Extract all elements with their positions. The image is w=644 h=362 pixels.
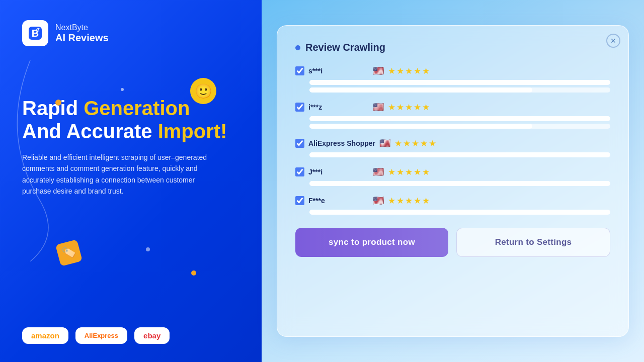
headline-highlight-1: Generation	[84, 97, 190, 119]
ebay-badge: ebay	[134, 327, 170, 344]
star-icon: ★	[429, 138, 436, 149]
star-icon: ★	[414, 66, 421, 76]
review-list: s***i🇺🇸★★★★★i***z🇺🇸★★★★★AliExpress Shopp…	[295, 65, 610, 215]
sync-button[interactable]: sync to product now	[295, 228, 448, 257]
review-stars: ★★★★★	[388, 102, 430, 113]
headline-plain-1: Rapid	[22, 97, 84, 119]
dot-white-1	[121, 88, 124, 91]
return-button[interactable]: Return to Settings	[456, 228, 610, 257]
review-bars	[295, 210, 610, 215]
aliexpress-label: AliExpress	[85, 332, 118, 339]
review-flag: 🇺🇸	[373, 195, 384, 206]
headline-plain-2: And Accurate	[22, 120, 158, 142]
logo-sub: AI Reviews	[55, 32, 109, 44]
review-header: F***e🇺🇸★★★★★	[295, 195, 610, 206]
headline-highlight-2: Import!	[158, 120, 227, 142]
review-stars: ★★★★★	[388, 196, 430, 206]
review-row: J***i🇺🇸★★★★★	[295, 166, 610, 186]
star-icon: ★	[405, 66, 413, 76]
star-icon: ★	[388, 196, 395, 206]
bar-track	[309, 152, 610, 157]
platform-badges: amazon AliExpress ebay	[22, 327, 170, 344]
star-icon: ★	[405, 102, 413, 113]
review-checkbox[interactable]	[295, 196, 304, 205]
svg-text:AI: AI	[37, 29, 40, 32]
bar-track	[309, 210, 610, 215]
bar-fill	[309, 80, 610, 85]
dot-orange-2	[191, 270, 196, 276]
review-header: AliExpress Shopper🇺🇸★★★★★	[295, 138, 610, 149]
star-icon: ★	[414, 196, 421, 206]
logo-icon: B AI	[22, 20, 48, 46]
review-header: i***z🇺🇸★★★★★	[295, 102, 610, 113]
review-checkbox[interactable]	[295, 167, 304, 176]
main-text: Rapid Generation And Accurate Import! Re…	[22, 97, 239, 197]
modal-title-area: Review Crawling	[295, 42, 610, 53]
bar-fill	[309, 116, 610, 121]
star-icon: ★	[412, 138, 419, 149]
review-row: s***i🇺🇸★★★★★	[295, 65, 610, 93]
bar-track	[309, 80, 610, 85]
review-username: F***e	[308, 197, 369, 205]
review-flag: 🇺🇸	[373, 65, 384, 76]
aliexpress-badge: AliExpress	[75, 327, 127, 344]
star-icon: ★	[420, 138, 428, 149]
modal-footer: sync to product now Return to Settings	[295, 228, 610, 257]
star-icon: ★	[405, 196, 413, 206]
review-username: J***i	[308, 168, 369, 176]
review-checkbox[interactable]	[295, 66, 304, 75]
star-icon: ★	[403, 138, 411, 149]
close-button[interactable]: ✕	[606, 34, 620, 48]
review-bars	[295, 80, 610, 93]
amazon-badge: amazon	[22, 327, 68, 344]
star-icon: ★	[388, 102, 395, 113]
smiley-icon: 🙂	[190, 78, 216, 104]
star-icon: ★	[422, 196, 430, 206]
star-icon: ★	[414, 167, 421, 177]
review-username: s***i	[308, 67, 369, 75]
bar-track	[309, 116, 610, 121]
review-row: F***e🇺🇸★★★★★	[295, 195, 610, 215]
review-flag: 🇺🇸	[373, 102, 384, 113]
logo-area: B AI NextByte AI Reviews	[22, 20, 239, 46]
logo-name: NextByte	[55, 23, 109, 32]
review-stars: ★★★★★	[394, 138, 436, 149]
star-icon: ★	[422, 66, 430, 76]
review-stars: ★★★★★	[388, 66, 430, 76]
description-text: Reliable and efficient intelligent scrap…	[22, 152, 213, 197]
star-icon: ★	[422, 102, 430, 113]
tag-icon: 🏷️	[55, 239, 83, 266]
review-bars	[295, 181, 610, 186]
star-icon: ★	[422, 167, 430, 177]
bar-track	[309, 124, 610, 129]
review-row: i***z🇺🇸★★★★★	[295, 102, 610, 129]
review-checkbox[interactable]	[295, 139, 304, 148]
review-row: AliExpress Shopper🇺🇸★★★★★	[295, 138, 610, 157]
left-panel: B AI NextByte AI Reviews 🙂 🏷️ Rapid Gene…	[0, 0, 262, 362]
star-icon: ★	[396, 102, 404, 113]
bar-fill	[309, 124, 532, 129]
bar-fill	[309, 210, 610, 215]
star-icon: ★	[405, 167, 413, 177]
star-icon: ★	[414, 102, 421, 113]
bar-fill	[309, 87, 532, 93]
title-dot	[295, 45, 300, 50]
bar-fill	[309, 181, 610, 186]
star-icon: ★	[388, 66, 395, 76]
review-flag: 🇺🇸	[373, 166, 384, 177]
review-crawling-modal: ✕ Review Crawling s***i🇺🇸★★★★★i***z🇺🇸★★★…	[277, 25, 629, 337]
ebay-label: ebay	[143, 331, 160, 340]
review-username: AliExpress Shopper	[308, 139, 375, 147]
review-checkbox[interactable]	[295, 103, 304, 112]
modal-title: Review Crawling	[305, 42, 385, 53]
review-bars	[295, 116, 610, 129]
bar-track	[309, 87, 610, 93]
review-bars	[295, 152, 610, 157]
review-header: s***i🇺🇸★★★★★	[295, 65, 610, 76]
star-icon: ★	[396, 196, 404, 206]
bar-fill	[309, 152, 610, 157]
star-icon: ★	[388, 167, 395, 177]
star-icon: ★	[396, 167, 404, 177]
dot-white-2	[146, 247, 150, 251]
review-header: J***i🇺🇸★★★★★	[295, 166, 610, 177]
